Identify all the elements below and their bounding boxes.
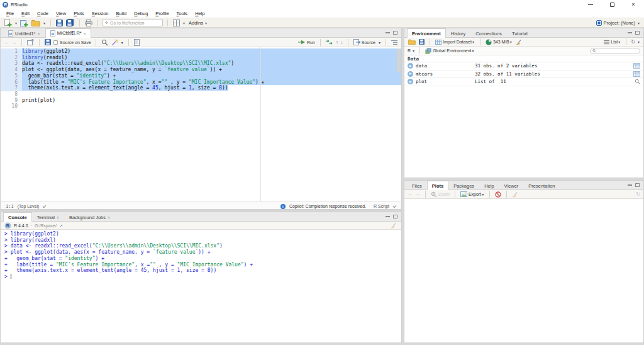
save-button[interactable] — [55, 18, 64, 27]
environment-selector[interactable]: Global Environment ▾ — [425, 47, 475, 55]
editor-scrollbar[interactable] — [397, 48, 401, 72]
minimize-pane-icon[interactable] — [628, 32, 632, 33]
find-replace-button[interactable] — [101, 38, 109, 47]
expand-object-icon[interactable] — [408, 79, 413, 84]
editor-tab-mic绘图-r-[interactable]: RMIC绘图.R*× — [45, 28, 91, 38]
close-tab-icon[interactable]: × — [108, 215, 110, 220]
console-tab-terminal[interactable]: Terminal× — [32, 212, 64, 222]
cursor-position[interactable]: 1:1 — [6, 204, 14, 209]
expand-object-icon[interactable] — [408, 71, 413, 77]
run-button[interactable]: Run — [297, 38, 316, 47]
view-table-icon[interactable] — [633, 63, 640, 69]
code-tools-button[interactable] — [111, 38, 119, 47]
save-workspace-button[interactable] — [418, 38, 425, 47]
expand-object-icon[interactable] — [408, 63, 413, 69]
open-file-button[interactable] — [31, 18, 41, 27]
maximize-pane-icon[interactable] — [393, 215, 397, 218]
environment-object-mtcars[interactable]: mtcars32 obs. of 11 variables — [404, 71, 643, 79]
environment-search-input[interactable] — [597, 48, 638, 53]
menu-code[interactable]: Code — [33, 9, 52, 18]
console-tab-background-jobs[interactable]: Background Jobs× — [64, 212, 115, 222]
close-tab-icon[interactable]: × — [38, 31, 40, 36]
scope-indicator[interactable]: (Top Level) — [18, 204, 40, 208]
goto-file-search[interactable] — [103, 19, 163, 26]
menu-file[interactable]: File — [3, 9, 18, 18]
file-type-chevron-icon[interactable] — [393, 205, 396, 207]
maximize-button[interactable] — [601, 0, 623, 9]
list-view-button[interactable]: List ▾ — [603, 38, 621, 47]
env-tab-connections[interactable]: Connections — [470, 28, 507, 38]
document-outline-button[interactable] — [391, 38, 398, 47]
clear-console-button[interactable] — [390, 221, 397, 230]
export-plot-button[interactable]: Export ▾ — [460, 190, 485, 199]
files-tab-files[interactable]: Files — [407, 181, 427, 190]
previous-plot-icon[interactable]: ← — [408, 191, 413, 197]
view-table-icon[interactable] — [633, 71, 640, 77]
env-tab-history[interactable]: History — [446, 28, 470, 38]
refresh-icon[interactable]: ↻ — [636, 192, 640, 197]
file-type-indicator[interactable]: R Script — [374, 204, 389, 208]
new-project-button[interactable] — [19, 18, 29, 27]
zoom-plot-button[interactable]: Zoom — [430, 190, 450, 199]
go-up-icon[interactable]: ↑ — [336, 40, 339, 45]
clear-plots-button[interactable] — [511, 190, 519, 199]
back-icon[interactable]: ← — [4, 40, 9, 45]
menu-help[interactable]: Help — [191, 9, 208, 18]
console-tab-console[interactable]: Console — [3, 212, 32, 222]
minimize-pane-icon[interactable] — [386, 32, 390, 33]
maximize-pane-icon[interactable] — [635, 183, 640, 187]
project-menu[interactable]: Project: (None) ▾ — [596, 20, 640, 26]
caret-down-icon[interactable]: ▾ — [43, 21, 46, 25]
caret-down-icon[interactable]: ▾ — [14, 21, 18, 25]
caret-down-icon[interactable]: ▾ — [378, 40, 381, 45]
caret-down-icon[interactable]: ▾ — [182, 21, 186, 25]
refresh-icon[interactable]: ↻ — [631, 40, 635, 45]
close-tab-icon[interactable]: × — [57, 215, 59, 220]
code-editor[interactable]: 1library(ggplot2)2library(readxl)3data <… — [1, 47, 401, 201]
language-selector[interactable]: R ▾ — [408, 48, 415, 53]
caret-down-icon[interactable]: ▾ — [637, 40, 640, 44]
workspace-panes-button[interactable] — [172, 18, 180, 27]
menu-debug[interactable]: Debug — [130, 9, 152, 18]
next-plot-icon[interactable]: → — [415, 191, 421, 197]
save-file-button[interactable] — [44, 38, 52, 47]
source-button[interactable]: Source — [353, 38, 376, 47]
minimize-pane-icon[interactable] — [386, 216, 390, 217]
files-tab-plots[interactable]: Plots — [427, 181, 448, 190]
env-tab-environment[interactable]: Environment — [407, 28, 446, 38]
external-link-icon[interactable]: ↗ — [59, 223, 63, 228]
scope-chevron-icon[interactable] — [43, 205, 46, 207]
source-on-save-checkbox[interactable] — [53, 40, 58, 45]
minimize-button[interactable] — [580, 0, 601, 9]
maximize-pane-icon[interactable] — [393, 31, 397, 35]
compile-report-button[interactable] — [133, 38, 140, 47]
files-tab-help[interactable]: Help — [479, 181, 499, 190]
caret-down-icon[interactable]: ▾ — [121, 40, 124, 45]
menu-edit[interactable]: Edit — [18, 9, 33, 18]
addins-menu[interactable]: Addins▾ — [187, 20, 209, 26]
go-down-icon[interactable]: ↓ — [340, 40, 343, 45]
remove-plot-button[interactable] — [494, 190, 502, 199]
close-tab-icon[interactable]: × — [84, 31, 86, 36]
maximize-pane-icon[interactable] — [635, 31, 640, 35]
goto-file-input[interactable] — [110, 21, 160, 25]
menu-plots[interactable]: Plots — [70, 9, 88, 18]
import-dataset-button[interactable]: Import Dataset ▾ — [435, 38, 475, 47]
editor-tab-untitled1-[interactable]: RUntitled1*× — [3, 28, 45, 38]
open-in-new-window-button[interactable] — [26, 38, 35, 47]
menu-profile[interactable]: Profile — [152, 9, 172, 18]
save-all-button[interactable] — [65, 18, 75, 27]
files-tab-presentation[interactable]: Presentation — [523, 181, 560, 190]
env-tab-tutorial[interactable]: Tutorial — [507, 28, 533, 38]
files-tab-viewer[interactable]: Viewer — [499, 181, 524, 190]
load-workspace-button[interactable] — [408, 38, 416, 47]
files-tab-packages[interactable]: Packages — [448, 181, 479, 190]
memory-usage-button[interactable]: 343 MiB ▾ — [485, 38, 513, 47]
print-button[interactable] — [84, 18, 93, 27]
environment-object-plot[interactable]: plotList of 11 — [404, 78, 643, 86]
minimize-pane-icon[interactable] — [628, 184, 632, 186]
environment-object-data[interactable]: data31 obs. of 2 variables — [404, 62, 643, 71]
menu-build[interactable]: Build — [113, 9, 131, 18]
menu-tools[interactable]: Tools — [173, 9, 192, 18]
rerun-button[interactable] — [325, 38, 334, 47]
